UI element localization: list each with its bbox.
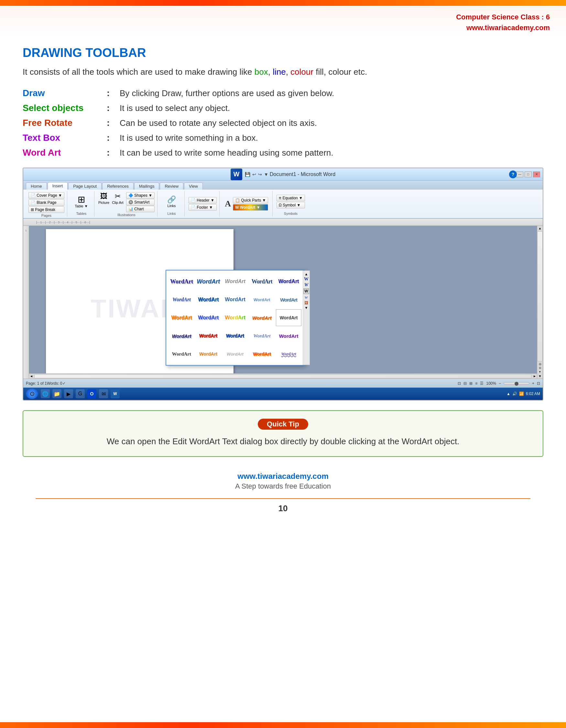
wordart-item-18[interactable]: WordArt bbox=[223, 327, 248, 344]
scroll-up-btn[interactable]: ▲ bbox=[538, 226, 542, 231]
word-logo: W bbox=[231, 169, 242, 180]
taskbar-word-icon[interactable]: W bbox=[111, 389, 120, 398]
chart-btn[interactable]: 📊 Chart bbox=[126, 206, 155, 212]
taskbar-play-icon[interactable]: ▶ bbox=[64, 389, 73, 398]
wordart-item-17[interactable]: WordArt bbox=[196, 327, 221, 344]
view-read-icon[interactable]: ⊞ bbox=[469, 381, 472, 386]
page-break-btn[interactable]: ⊞ Page Break bbox=[28, 206, 64, 213]
taskbar-explorer-icon[interactable]: 📁 bbox=[52, 389, 61, 398]
wordart-item-14[interactable]: WordArt bbox=[249, 309, 275, 326]
wordart-item-25[interactable]: WordArt bbox=[276, 346, 301, 362]
term-colon-textbox: : bbox=[107, 133, 120, 143]
term-row-rotate: Free Rotate : Can be used to rotate any … bbox=[23, 118, 543, 128]
footer-btn[interactable]: 📄 Footer ▼ bbox=[189, 204, 217, 211]
footer: www.tiwariacademy.com A Step towards fre… bbox=[23, 467, 543, 494]
text-items: A 📋 Quick Parts ▼ W WordArt ▼ bbox=[225, 192, 268, 215]
taskbar-google-icon[interactable]: G bbox=[76, 389, 85, 398]
scroll-right-btn[interactable]: ► bbox=[532, 374, 537, 379]
wordart-item-11[interactable]: WordArt bbox=[169, 309, 194, 326]
quick-parts-btn[interactable]: 📋 Quick Parts ▼ bbox=[233, 197, 269, 204]
tab-page-layout[interactable]: Page Layout bbox=[68, 182, 102, 190]
wordart-item-2[interactable]: WordArt bbox=[196, 273, 221, 290]
wordart-item-3[interactable]: WordArt bbox=[223, 273, 248, 290]
word-ribbon: 📄 Cover Page ▼ 📄 Blank Page ⊞ Page Break… bbox=[23, 190, 543, 219]
hscroll-thumb[interactable] bbox=[34, 374, 532, 378]
header-btn[interactable]: 📄 Header ▼ bbox=[189, 197, 217, 204]
symbol-btn[interactable]: Ω Symbol ▼ bbox=[277, 202, 305, 208]
zoom-in-btn[interactable]: + bbox=[532, 381, 534, 386]
undo-icon[interactable]: ↩ bbox=[252, 172, 256, 177]
systray-arrow[interactable]: ▲ bbox=[506, 392, 510, 396]
tab-insert[interactable]: Insert bbox=[48, 182, 68, 190]
wa-icon-5: 🖼 bbox=[304, 301, 308, 305]
scroll-next-btn[interactable]: ▾ bbox=[539, 370, 541, 374]
tables-items: ⊞ Table ▼ bbox=[75, 192, 88, 211]
taskbar-blue-icon[interactable]: O bbox=[87, 389, 96, 398]
zoom-thumb[interactable] bbox=[515, 382, 518, 386]
help-icon[interactable]: ? bbox=[509, 171, 517, 178]
tab-review[interactable]: Review bbox=[160, 182, 183, 190]
wordart-item-15[interactable]: WordArt bbox=[276, 309, 301, 326]
wordart-item-9[interactable]: WordArt bbox=[249, 291, 275, 308]
wordart-item-4[interactable]: WordArt bbox=[249, 273, 275, 290]
wordart-item-5[interactable]: WordArt bbox=[276, 273, 301, 290]
wordart-item-6[interactable]: WordArt bbox=[169, 291, 194, 308]
wordart-item-8[interactable]: WordArt bbox=[223, 291, 248, 308]
redo-icon[interactable]: ↪ bbox=[258, 172, 262, 177]
blank-page-btn[interactable]: 📄 Blank Page bbox=[28, 199, 64, 206]
scroll-select-btn[interactable]: ◎ bbox=[538, 362, 542, 366]
view-normal-icon[interactable]: ⊡ bbox=[458, 381, 461, 386]
close-button[interactable]: ✕ bbox=[533, 171, 540, 177]
wordart-item-23[interactable]: WordArt bbox=[223, 346, 248, 362]
wa-scroll-down[interactable]: ▼ bbox=[305, 306, 308, 310]
term-desc-textbox: It is used to write something in a box. bbox=[120, 133, 543, 143]
wa-scroll-up[interactable]: ▲ bbox=[305, 272, 308, 276]
save-icon[interactable]: 💾 bbox=[245, 172, 250, 177]
tab-view[interactable]: View bbox=[184, 182, 203, 190]
term-row-wordart: Word Art : It can be used to write some … bbox=[23, 148, 543, 158]
dropdown-icon[interactable]: ▼ bbox=[264, 172, 269, 177]
view-web-icon[interactable]: ≡ bbox=[475, 381, 477, 386]
tab-home[interactable]: Home bbox=[26, 182, 47, 190]
term-label-wordart: Word Art bbox=[23, 148, 107, 158]
wordart-item-7[interactable]: WordArt bbox=[196, 291, 221, 308]
start-button[interactable]: ⊙ bbox=[26, 389, 38, 399]
horizontal-scrollbar[interactable]: ◄ ► bbox=[29, 373, 537, 379]
wordart-item-1[interactable]: WordArt bbox=[169, 273, 194, 290]
taskbar-ie-icon[interactable]: 🌐 bbox=[41, 389, 50, 398]
wordart-item-16[interactable]: WordArt bbox=[169, 327, 194, 344]
wordart-btn[interactable]: W WordArt ▼ bbox=[233, 204, 269, 211]
wordart-item-13[interactable]: WordArt bbox=[223, 309, 248, 326]
wordart-item-24[interactable]: WordArt bbox=[249, 346, 275, 362]
wordart-item-22[interactable]: WordArt bbox=[196, 346, 221, 362]
tab-mailings[interactable]: Mailings bbox=[134, 182, 160, 190]
shapes-btn[interactable]: 🔷 Shapes ▼ bbox=[126, 192, 155, 199]
wordart-item-21[interactable]: WordArt bbox=[169, 346, 194, 362]
term-desc-select: It is used to select any object. bbox=[120, 103, 543, 113]
ribbon-group-headerfooter: 📄 Header ▼ 📄 Footer ▼ bbox=[186, 191, 220, 217]
view-outline-icon[interactable]: ☰ bbox=[480, 381, 483, 386]
equation-btn[interactable]: π Equation ▼ bbox=[277, 195, 305, 201]
wordart-item-10[interactable]: WordArt bbox=[276, 291, 301, 308]
zoom-out-btn[interactable]: − bbox=[499, 381, 501, 386]
restore-button[interactable]: □ bbox=[525, 171, 532, 177]
smartart-btn[interactable]: 🔘 SmartArt bbox=[126, 199, 155, 205]
view-full-icon[interactable]: ⊟ bbox=[463, 381, 467, 386]
scroll-browse-btn[interactable]: ⊙ bbox=[538, 366, 542, 370]
wordart-scrollbar[interactable]: ▲ W W W w 🖼 ▼ bbox=[303, 270, 310, 365]
restore-down-icon[interactable]: ⊡ bbox=[537, 381, 540, 386]
wordart-item-20[interactable]: WordArt bbox=[276, 327, 301, 344]
tab-references[interactable]: References bbox=[102, 182, 133, 190]
quick-tip-text: We can open the Edit WordArt Text dialog… bbox=[36, 435, 530, 448]
zoom-slider[interactable] bbox=[504, 382, 529, 385]
cover-page-btn[interactable]: 📄 Cover Page ▼ bbox=[28, 192, 64, 199]
wa-icon-4: w bbox=[305, 295, 307, 300]
minimize-button[interactable]: — bbox=[516, 171, 523, 177]
scroll-thumb[interactable] bbox=[537, 231, 543, 361]
vertical-scrollbar[interactable]: ▲ ◎ ⊙ ▾ ▼ bbox=[537, 226, 543, 379]
scroll-left-btn[interactable]: ◄ bbox=[29, 374, 34, 379]
wordart-item-19[interactable]: WordArt bbox=[249, 327, 275, 344]
scroll-down-btn[interactable]: ▼ bbox=[538, 374, 542, 379]
wordart-item-12[interactable]: WordArt bbox=[196, 309, 221, 326]
taskbar-mail-icon[interactable]: ✉ bbox=[99, 389, 108, 398]
